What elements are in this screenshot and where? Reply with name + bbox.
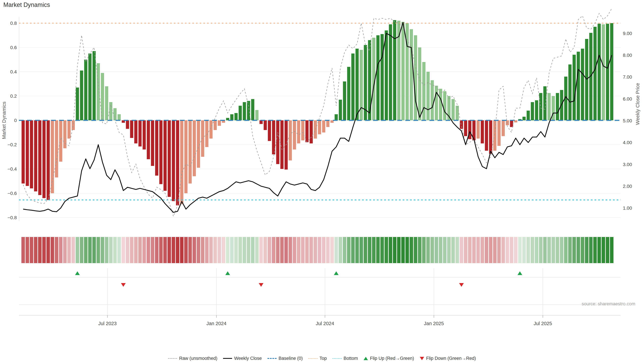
heatmap-cell bbox=[130, 237, 134, 263]
heatmap-cell bbox=[602, 237, 605, 263]
legend-item: Flip Up (Red→Green) bbox=[364, 356, 414, 361]
legend-item-label: Flip Down (Green→Red) bbox=[426, 356, 476, 361]
heatmap-cell bbox=[326, 237, 330, 263]
dynamics-bar bbox=[526, 111, 530, 120]
dynamics-bar bbox=[130, 120, 133, 138]
dynamics-bar bbox=[606, 24, 609, 120]
dynamics-bar bbox=[193, 120, 196, 176]
dynamics-bar bbox=[481, 120, 484, 143]
left-tick-label: −0.4 bbox=[8, 166, 17, 172]
heatmap-cell bbox=[376, 237, 380, 263]
dynamics-bar bbox=[460, 120, 463, 129]
dynamics-bar bbox=[556, 93, 559, 120]
dynamics-bar bbox=[264, 120, 267, 130]
flip-up-marker bbox=[518, 271, 522, 275]
heatmap-cell bbox=[397, 237, 401, 263]
heatmap-cell bbox=[251, 237, 254, 263]
heatmap-cell bbox=[548, 237, 551, 263]
dynamics-bar bbox=[310, 120, 313, 143]
heatmap-cell bbox=[55, 237, 58, 263]
heatmap-cell bbox=[364, 237, 367, 263]
heatmap-cell bbox=[63, 237, 66, 263]
dynamics-bar bbox=[126, 120, 129, 129]
dynamics-bar bbox=[356, 49, 359, 120]
heatmap-cell bbox=[59, 237, 62, 263]
heatmap-cell bbox=[468, 237, 472, 263]
dynamics-bar bbox=[389, 24, 392, 120]
dynamics-bar bbox=[109, 102, 112, 120]
dynamics-bar bbox=[531, 102, 534, 120]
green-up-triangle-icon bbox=[364, 357, 368, 360]
heatmap-cell bbox=[155, 237, 158, 263]
right-tick-label: 6.00 bbox=[623, 96, 632, 102]
dynamics-bar bbox=[34, 120, 37, 191]
dynamics-bar bbox=[414, 35, 417, 120]
heatmap-cell bbox=[401, 237, 405, 263]
legend-item: Top bbox=[308, 356, 327, 361]
heatmap-cell bbox=[497, 237, 501, 263]
dynamics-bar bbox=[326, 120, 330, 127]
dynamics-bar bbox=[138, 120, 142, 146]
dynamics-bar bbox=[318, 120, 321, 134]
heatmap-cell bbox=[405, 237, 409, 263]
dynamics-bar bbox=[72, 120, 75, 130]
legend-item-label: Bottom bbox=[344, 356, 358, 361]
heatmap-cell bbox=[435, 237, 438, 263]
heatmap-cell bbox=[201, 237, 204, 263]
heatmap-cell bbox=[543, 237, 547, 263]
dynamics-bar bbox=[22, 120, 25, 184]
dynamics-bar bbox=[322, 120, 325, 133]
dynamics-bar bbox=[439, 89, 442, 120]
dynamics-bar bbox=[147, 120, 150, 159]
heatmap-cell bbox=[184, 237, 188, 263]
heatmap-cell bbox=[92, 237, 96, 263]
heatmap-cell bbox=[502, 237, 505, 263]
heatmap-cell bbox=[209, 237, 213, 263]
dynamics-bar bbox=[30, 120, 33, 188]
dynamics-bar bbox=[155, 120, 158, 176]
heatmap-cell bbox=[230, 237, 234, 263]
dynamics-bar bbox=[168, 120, 171, 197]
dynamics-bar bbox=[59, 120, 62, 162]
left-tick-label: −0.6 bbox=[8, 191, 17, 196]
heatmap-cell bbox=[280, 237, 284, 263]
heatmap-cell bbox=[439, 237, 442, 263]
heatmap-cell bbox=[531, 237, 534, 263]
heatmap-cell bbox=[80, 237, 83, 263]
heatmap-cell bbox=[514, 237, 518, 263]
legend-item-label: Top bbox=[320, 356, 327, 361]
heatmap-cell bbox=[334, 237, 338, 263]
market-dynamics-dashboard: Market Dynamics Jul 2023Jan 2024Jul 2024… bbox=[0, 0, 644, 362]
x-tick-label: Jul 2024 bbox=[316, 321, 334, 326]
heatmap-cell bbox=[22, 237, 25, 263]
heatmap-cell bbox=[535, 237, 538, 263]
dynamics-bar bbox=[51, 120, 54, 193]
dynamics-bar bbox=[577, 52, 580, 120]
dynamics-bar bbox=[230, 114, 234, 120]
dynamics-bar bbox=[539, 93, 542, 120]
dynamics-bar bbox=[80, 70, 83, 120]
heatmap-cell bbox=[464, 237, 468, 263]
heatmap-cell bbox=[606, 237, 609, 263]
heatmap-cell bbox=[288, 237, 292, 263]
legend-item-label: Flip Up (Red→Green) bbox=[370, 356, 414, 361]
heatmap-cell bbox=[293, 237, 296, 263]
legend-line-sample-icon bbox=[268, 358, 276, 359]
legend-item: Raw (unsmoothed) bbox=[168, 356, 217, 361]
heatmap-cell bbox=[205, 237, 209, 263]
dynamics-bar bbox=[42, 120, 46, 198]
dynamics-bar bbox=[247, 101, 250, 120]
heatmap-cell bbox=[163, 237, 167, 263]
dynamics-bar bbox=[544, 86, 546, 120]
dynamics-bar bbox=[568, 64, 572, 120]
heatmap-cell bbox=[343, 237, 346, 263]
dynamics-bar bbox=[92, 51, 96, 120]
dynamics-bar bbox=[260, 120, 263, 124]
dynamics-bar bbox=[68, 120, 70, 139]
heatmap-cell bbox=[72, 237, 75, 263]
legend-item: Weekly Close bbox=[223, 356, 262, 361]
heatmap-cell bbox=[347, 237, 350, 263]
heatmap-cell bbox=[180, 237, 184, 263]
flip-down-marker bbox=[259, 283, 264, 287]
dynamics-bar bbox=[280, 120, 284, 169]
